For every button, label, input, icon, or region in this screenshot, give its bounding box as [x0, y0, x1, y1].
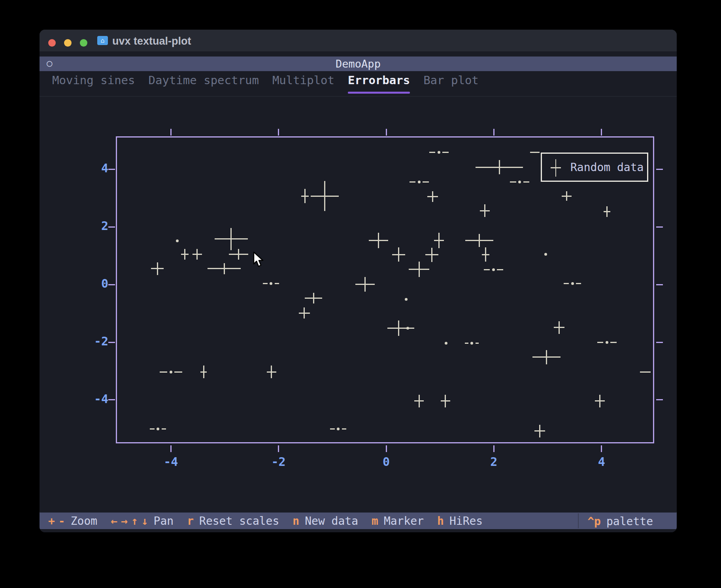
plot-pane: Random data -4-2024420-2-4 — [40, 97, 677, 512]
palette-binding[interactable]: ^ppalette — [578, 513, 677, 528]
binding-label: HiRes — [449, 514, 483, 528]
errorbar-point — [409, 328, 414, 329]
app-header: ○ DemoApp — [40, 57, 677, 71]
errorbar-point — [304, 307, 305, 318]
errorbar-point — [263, 283, 267, 284]
x-axis-tick — [493, 129, 495, 136]
minimize-traffic-light[interactable] — [64, 39, 72, 47]
errorbar-point — [157, 262, 158, 275]
legend: Random data — [541, 153, 648, 182]
tab-bar: Moving sinesDaytime spectrumMultiplotErr… — [40, 71, 677, 97]
x-axis-tick — [601, 129, 602, 136]
errorbar-point — [398, 247, 399, 262]
window-title: uvx textual-plot — [112, 35, 191, 47]
errorbar-point — [196, 249, 198, 260]
y-axis-tick-label: 2 — [84, 219, 108, 233]
binding-label: Pan — [154, 514, 174, 528]
key-hint: → — [121, 514, 128, 528]
x-axis-tick — [493, 445, 495, 452]
errorbar-point — [275, 283, 279, 284]
y-axis-tick — [656, 284, 663, 285]
errorbar-point — [238, 249, 239, 260]
key-hint: ^p — [587, 515, 601, 528]
errorbar-point — [160, 371, 168, 373]
errorbar-point — [184, 249, 185, 260]
errorbar-point — [337, 428, 340, 430]
y-axis-tick-label: 4 — [84, 161, 108, 175]
errorbar-point — [313, 293, 314, 304]
legend-label: Random data — [570, 161, 644, 174]
legend-marker-icon — [551, 167, 561, 168]
errorbar-point — [497, 269, 503, 270]
x-axis-tick — [278, 445, 279, 452]
errorbar-point — [523, 181, 530, 183]
app-title: DemoApp — [40, 58, 677, 70]
errorbar-point — [465, 343, 468, 344]
key-hint: - — [59, 514, 65, 528]
errorbar-point — [476, 343, 479, 344]
close-traffic-light[interactable] — [48, 39, 56, 47]
binding-label: New data — [305, 514, 358, 528]
errorbar-point — [438, 233, 440, 248]
tab-daytime-spectrum[interactable]: Daytime spectrum — [149, 71, 259, 96]
x-axis-tick-label: 4 — [584, 455, 619, 469]
errorbar-point — [419, 262, 420, 277]
x-axis-tick — [386, 129, 387, 136]
x-axis-tick — [170, 445, 172, 452]
errorbar-point — [150, 428, 154, 430]
binding-label: palette — [606, 515, 653, 528]
zoom-traffic-light[interactable] — [80, 39, 87, 47]
errorbar-point — [564, 283, 569, 284]
errorbar-point — [576, 283, 581, 284]
errorbar-point — [566, 191, 567, 200]
errorbar-point — [419, 395, 420, 407]
errorbar-point — [539, 425, 540, 437]
errorbar-point — [170, 371, 172, 373]
binding-new-data[interactable]: nNew data — [293, 514, 358, 528]
x-axis-tick-label: -2 — [261, 455, 296, 469]
key-hint: h — [437, 514, 444, 528]
footer-bindings: +-Zoom←→↑↓PanrReset scalesnNew datamMark… — [40, 514, 578, 528]
y-axis-tick-label: 0 — [84, 277, 108, 290]
errorbar-point — [640, 371, 651, 373]
key-hint: r — [187, 514, 194, 528]
data-point — [176, 239, 179, 242]
errorbar-point — [429, 152, 436, 153]
errorbar-point — [518, 181, 521, 183]
errorbar-point — [174, 371, 182, 373]
errorbar-point — [499, 160, 500, 174]
errorbar-point — [203, 366, 204, 378]
data-point — [544, 253, 547, 256]
tab-errorbars[interactable]: Errorbars — [348, 71, 410, 96]
errorbar-point — [324, 181, 325, 211]
errorbar-point — [398, 320, 399, 336]
y-axis-tick — [656, 169, 663, 170]
errorbar-point — [530, 152, 540, 153]
y-axis-tick — [108, 226, 115, 228]
errorbar-point — [484, 269, 490, 270]
errorbar-point — [270, 282, 272, 285]
x-axis-tick — [601, 445, 602, 452]
errorbar-point — [330, 428, 334, 430]
errorbar-point — [597, 342, 604, 343]
key-hint: ↑ — [131, 514, 138, 528]
tab-moving-sines[interactable]: Moving sines — [52, 71, 135, 96]
x-axis-tick — [170, 129, 172, 136]
binding-palette[interactable]: ^ppalette — [587, 515, 653, 528]
binding-zoom[interactable]: +-Zoom — [48, 514, 97, 528]
y-axis-tick-label: -2 — [84, 334, 108, 348]
errorbar-point — [606, 341, 608, 344]
binding-hires[interactable]: hHiRes — [437, 514, 483, 528]
binding-pan[interactable]: ←→↑↓Pan — [111, 514, 174, 528]
tab-bar-plot[interactable]: Bar plot — [423, 71, 479, 96]
binding-label: Marker — [384, 514, 424, 528]
mouse-cursor — [253, 251, 265, 268]
tab-multiplot[interactable]: Multiplot — [272, 71, 334, 96]
x-axis-tick — [386, 445, 387, 452]
x-axis-tick — [278, 129, 279, 136]
errorbar-point — [610, 342, 617, 343]
y-axis-tick — [108, 399, 115, 400]
binding-reset-scales[interactable]: rReset scales — [187, 514, 279, 528]
binding-marker[interactable]: mMarker — [372, 514, 424, 528]
errorbar-point — [546, 350, 547, 364]
